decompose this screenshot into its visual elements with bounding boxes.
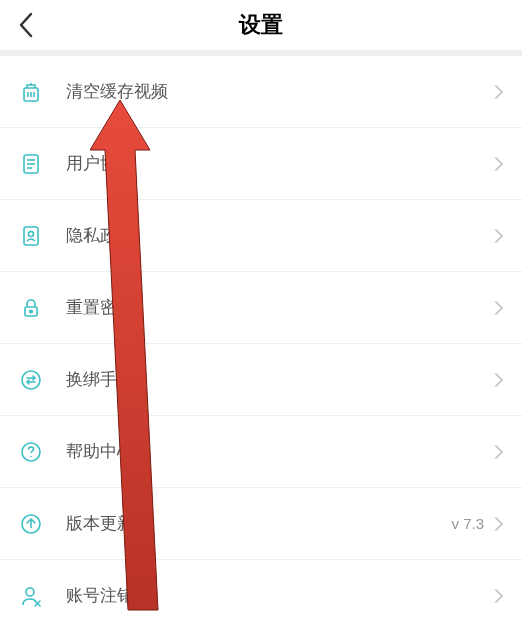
svg-point-10 [29,231,34,236]
chevron-right-icon [494,84,504,100]
chevron-right-icon [494,444,504,460]
swap-icon [18,367,44,393]
list-item-version-update[interactable]: 版本更新 v 7.3 [0,488,522,560]
chevron-right-icon [494,300,504,316]
back-icon [18,11,34,39]
help-icon [18,439,44,465]
user-x-icon [18,583,44,609]
list-item-change-phone[interactable]: 换绑手机 [0,344,522,416]
list-item-reset-password[interactable]: 重置密码 [0,272,522,344]
list-item-clear-cache[interactable]: 清空缓存视频 [0,56,522,128]
chevron-right-icon [494,516,504,532]
list-item-help-center[interactable]: 帮助中心 [0,416,522,488]
header: 设置 [0,0,522,56]
back-button[interactable] [14,13,38,37]
privacy-icon [18,223,44,249]
chevron-right-icon [494,588,504,604]
trash-icon [18,79,44,105]
update-icon [18,511,44,537]
version-value: v 7.3 [451,515,484,532]
list-item-label: 用户协议 [66,152,494,175]
list-item-label: 帮助中心 [66,440,494,463]
settings-list: 清空缓存视频 用户协议 隐私政策 [0,56,522,629]
chevron-right-icon [494,156,504,172]
list-item-user-agreement[interactable]: 用户协议 [0,128,522,200]
svg-point-13 [22,371,40,389]
list-item-label: 账号注销 [66,584,494,607]
list-item-label: 清空缓存视频 [66,80,494,103]
svg-point-12 [30,310,33,313]
svg-point-18 [26,588,34,596]
list-item-privacy-policy[interactable]: 隐私政策 [0,200,522,272]
lock-icon [18,295,44,321]
list-item-label: 重置密码 [66,296,494,319]
chevron-right-icon [494,228,504,244]
doc-icon [18,151,44,177]
list-item-label: 版本更新 [66,512,451,535]
svg-point-15 [30,455,32,457]
list-item-logout-account[interactable]: 账号注销 [0,560,522,629]
chevron-right-icon [494,372,504,388]
list-item-label: 换绑手机 [66,368,494,391]
page-title: 设置 [0,10,522,40]
list-item-label: 隐私政策 [66,224,494,247]
